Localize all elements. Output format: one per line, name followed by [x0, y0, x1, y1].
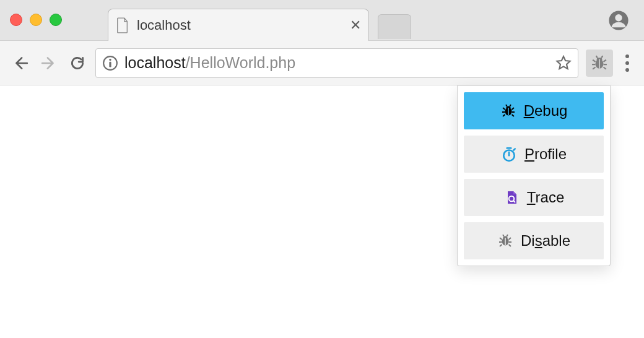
reload-button[interactable]	[67, 53, 88, 74]
tab-title: localhost	[137, 17, 191, 33]
browser-toolbar: localhost/HelloWorld.php	[0, 41, 644, 85]
menu-item-profile[interactable]: Profile	[464, 136, 604, 173]
page-icon	[116, 17, 129, 33]
xdebug-extension-button[interactable]	[586, 50, 613, 77]
menu-item-label: Disable	[521, 232, 570, 249]
minimize-window-button[interactable]	[30, 14, 42, 26]
profile-icon[interactable]	[608, 10, 629, 31]
window-controls	[10, 14, 62, 26]
trace-icon	[503, 189, 520, 206]
page-content: Debug Profile	[0, 85, 644, 338]
menu-item-debug[interactable]: Debug	[464, 92, 604, 129]
site-info-icon[interactable]	[102, 55, 118, 71]
clock-icon	[501, 146, 517, 162]
bug-icon	[500, 103, 516, 119]
address-bar[interactable]: localhost/HelloWorld.php	[95, 48, 578, 78]
bug-disabled-icon	[497, 233, 513, 249]
new-tab-button[interactable]	[378, 14, 411, 39]
close-window-button[interactable]	[10, 14, 22, 26]
maximize-window-button[interactable]	[50, 14, 62, 26]
xdebug-menu: Debug Profile	[457, 85, 611, 266]
browser-menu-button[interactable]	[620, 54, 634, 72]
forward-button[interactable]	[38, 53, 59, 74]
svg-point-3	[109, 58, 111, 60]
menu-item-label: Trace	[527, 189, 564, 206]
window-titlebar: localhost ✕	[0, 0, 644, 41]
url-host: localhost	[124, 54, 186, 72]
bookmark-icon[interactable]	[555, 55, 572, 71]
menu-item-label: Profile	[524, 145, 567, 163]
bug-icon	[591, 55, 607, 71]
menu-item-disable[interactable]: Disable	[464, 222, 604, 259]
svg-rect-4	[109, 61, 111, 67]
svg-point-1	[615, 14, 622, 21]
close-tab-button[interactable]: ✕	[350, 17, 361, 33]
menu-item-label: Debug	[524, 102, 568, 119]
menu-item-trace[interactable]: Trace	[464, 179, 604, 216]
back-button[interactable]	[10, 53, 31, 74]
url-path: /HelloWorld.php	[186, 54, 295, 72]
browser-tab[interactable]: localhost ✕	[108, 9, 369, 41]
